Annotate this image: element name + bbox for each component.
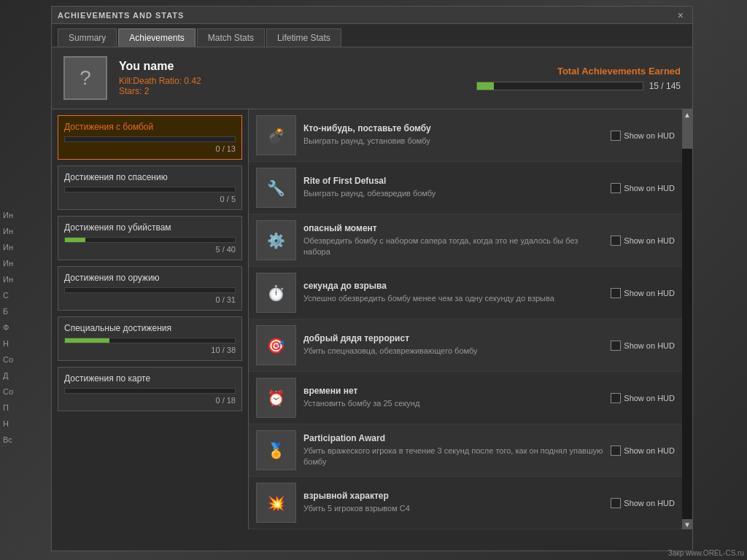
achievement-icon: ⏰ [256, 378, 296, 418]
achievement-title: взрывной характер [303, 491, 603, 501]
sidebar-item[interactable]: С [3, 287, 44, 303]
achievement-item: ⚙️ опасный момент Обезвредить бомбу с на… [249, 214, 682, 267]
profile-section: ? You name Kill:Death Ratio: 0.42 Stars:… [52, 47, 692, 109]
achievement-item: 🎯 добрый дядя террорист Убить спецназовц… [249, 319, 682, 372]
achievement-title: Rite of First Defusal [303, 176, 603, 186]
achievement-details: Кто-нибудь, поставьте бомбу Выиграть рау… [303, 123, 603, 147]
achievement-desc: Выиграть раунд, установив бомбу [303, 136, 603, 147]
sidebar-item[interactable]: Н [3, 335, 44, 351]
hud-checkbox[interactable] [611, 236, 621, 246]
achievement-desc: Установить бомбу за 25 секунд [303, 398, 603, 409]
show-on-hud[interactable]: Show on HUD [611, 393, 675, 403]
sidebar-item[interactable]: Ин [3, 255, 44, 271]
category-name: Достижения по карте [64, 373, 236, 384]
tab-match-stats[interactable]: Match Stats [197, 28, 265, 47]
achievement-details: времени нет Установить бомбу за 25 секун… [303, 386, 603, 409]
category-name: Достижения по убийствам [64, 222, 236, 233]
achievement-icon: 🔧 [256, 168, 296, 208]
category-item-weapons[interactable]: Достижения по оружию 0 / 31 [58, 266, 242, 311]
achievement-desc: Убить 5 игроков взрывом C4 [303, 503, 603, 514]
achievement-title: секунда до взрыва [303, 281, 603, 291]
show-on-hud[interactable]: Show on HUD [611, 446, 675, 456]
achievement-details: взрывной характер Убить 5 игроков взрыво… [303, 491, 603, 514]
sidebar-item[interactable]: Ин [3, 223, 44, 239]
achievement-item: 💣 Кто-нибудь, поставьте бомбу Выиграть р… [249, 109, 682, 162]
achievements-list: 💣 Кто-нибудь, поставьте бомбу Выиграть р… [249, 109, 682, 529]
sidebar-item[interactable]: Ин [3, 207, 44, 223]
show-on-hud[interactable]: Show on HUD [611, 183, 675, 193]
achievements-earned: Total Achievements Earned 15 / 145 [476, 66, 681, 91]
achievements-earned-label: Total Achievements Earned [476, 66, 681, 77]
sidebar-item[interactable]: Д [3, 368, 44, 384]
scrollbar-up[interactable]: ▲ [682, 109, 692, 120]
show-on-hud[interactable]: Show on HUD [611, 288, 675, 298]
achievement-title: Кто-нибудь, поставьте бомбу [303, 123, 603, 133]
scrollbar-down[interactable]: ▼ [682, 519, 692, 529]
hud-checkbox[interactable] [611, 498, 621, 508]
hud-checkbox[interactable] [611, 288, 621, 298]
show-on-hud[interactable]: Show on HUD [611, 131, 675, 141]
achievement-details: секунда до взрыва Успешно обезвредить бо… [303, 281, 603, 304]
achievement-title: добрый дядя террорист [303, 333, 603, 343]
achievement-title: времени нет [303, 386, 603, 396]
achievement-item: 🏅 Participation Award Убить вражеского и… [249, 424, 682, 477]
category-name: Достижения по оружию [64, 273, 236, 283]
left-sidebar: Ин Ин Ин Ин Ин С Б Ф Н Со Д Со П Н Вс [0, 204, 47, 451]
profile-stars: Stars: 2 [119, 86, 465, 96]
sidebar-item[interactable]: Ф [3, 319, 44, 335]
total-progress-bar [476, 82, 643, 90]
category-item-map[interactable]: Достижения по карте 0 / 18 [58, 367, 242, 411]
category-item-bomb[interactable]: Достижения с бомбой 0 / 13 [58, 115, 242, 160]
sidebar-item[interactable]: Ин [3, 271, 44, 287]
tab-summary[interactable]: Summary [58, 28, 117, 47]
sidebar-item[interactable]: Н [3, 416, 44, 432]
scrollbar-thumb[interactable] [682, 120, 692, 149]
sidebar-item[interactable]: Со [3, 384, 44, 400]
cat-progress-fill [65, 238, 85, 242]
cat-progress-bar [64, 187, 236, 192]
achievement-title: опасный момент [303, 223, 603, 233]
total-progress-fill [477, 82, 494, 90]
profile-kd: Kill:Death Ratio: 0.42 [119, 76, 465, 86]
sidebar-item[interactable]: Вс [3, 432, 44, 448]
category-name: Достижения с бомбой [64, 122, 236, 132]
hud-checkbox[interactable] [611, 341, 621, 351]
cat-progress-bar [64, 237, 236, 243]
hud-checkbox[interactable] [611, 446, 621, 456]
category-item-special[interactable]: Специальные достижения 10 / 38 [58, 316, 242, 361]
achievement-item: 💥 взрывной характер Убить 5 игроков взры… [249, 477, 682, 529]
profile-info: You name Kill:Death Ratio: 0.42 Stars: 2 [119, 60, 465, 96]
category-item-kills[interactable]: Достижения по убийствам 5 / 40 [58, 216, 242, 260]
achievement-desc: Убить вражеского игрока в течение 3 секу… [303, 446, 603, 468]
show-on-hud[interactable]: Show on HUD [611, 236, 675, 246]
sidebar-item[interactable]: Со [3, 351, 44, 368]
achievement-details: Participation Award Убить вражеского игр… [303, 433, 603, 468]
achievement-item: ⏰ времени нет Установить бомбу за 25 сек… [249, 372, 682, 424]
achievement-details: опасный момент Обезвредить бомбу с набор… [303, 223, 603, 258]
category-item-rescue[interactable]: Достижения по спасению 0 / 5 [58, 166, 242, 210]
sidebar-item[interactable]: П [3, 400, 44, 416]
cat-progress-bar [64, 136, 236, 142]
main-window: ACHIEVEMENTS AND STATS × Summary Achieve… [51, 6, 693, 551]
sidebar-item[interactable]: Ин [3, 239, 44, 255]
achievement-icon: 💥 [256, 483, 296, 523]
hud-checkbox[interactable] [611, 393, 621, 403]
show-on-hud[interactable]: Show on HUD [611, 498, 675, 508]
close-button[interactable]: × [675, 10, 686, 20]
main-body: Достижения с бомбой 0 / 13 Достижения по… [52, 109, 692, 529]
sidebar-item[interactable]: Б [3, 303, 44, 319]
title-bar: ACHIEVEMENTS AND STATS × [52, 7, 692, 24]
cat-progress-text: 10 / 38 [64, 346, 236, 354]
tab-achievements[interactable]: Achievements [118, 28, 195, 47]
achievement-item: ⏱️ секунда до взрыва Успешно обезвредить… [249, 267, 682, 319]
tab-lifetime-stats[interactable]: Lifetime Stats [266, 28, 341, 47]
achievement-item: 🔧 Rite of First Defusal Выиграть раунд, … [249, 162, 682, 214]
cat-progress-text: 5 / 40 [64, 245, 236, 254]
show-on-hud[interactable]: Show on HUD [611, 341, 675, 351]
hud-checkbox[interactable] [611, 131, 621, 141]
cat-progress-text: 0 / 5 [64, 195, 236, 203]
hud-checkbox[interactable] [611, 183, 621, 193]
category-name: Достижения по спасению [64, 172, 236, 182]
cat-progress-text: 0 / 18 [64, 396, 236, 405]
cat-progress-bar [64, 338, 236, 343]
